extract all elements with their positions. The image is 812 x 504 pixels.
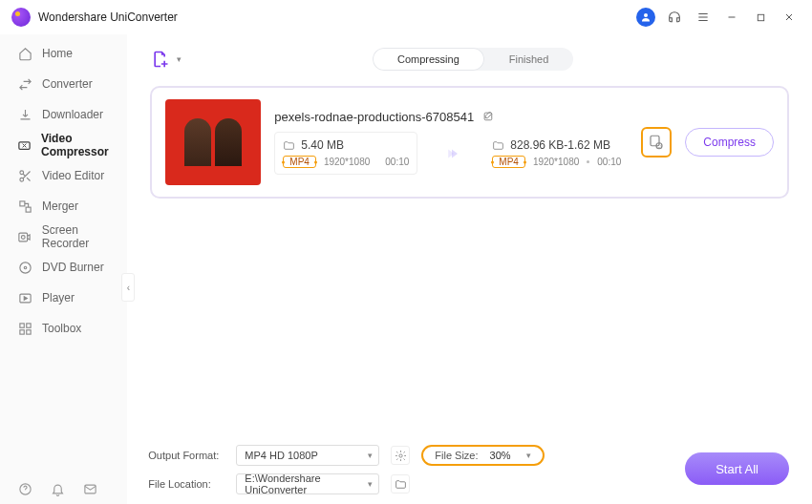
file-location-select[interactable]: E:\Wondershare UniConverter▾	[236, 473, 379, 494]
svg-point-21	[399, 453, 402, 456]
open-folder-icon[interactable]	[391, 474, 410, 494]
svg-rect-7	[19, 233, 28, 242]
help-icon[interactable]	[17, 481, 32, 496]
svg-rect-12	[19, 323, 23, 326]
sidebar-item-label: Home	[42, 47, 73, 60]
sidebar-item-screen-recorder[interactable]: Screen Recorder	[0, 221, 127, 252]
add-file-button[interactable]	[150, 49, 171, 70]
support-icon[interactable]	[663, 6, 686, 29]
tab-compressing[interactable]: Compressing	[373, 48, 484, 71]
output-format-select[interactable]: MP4 HD 1080P▾	[236, 445, 379, 466]
svg-rect-6	[26, 207, 31, 212]
chevron-down-icon: ▾	[526, 451, 531, 460]
sidebar-item-merger[interactable]: Merger	[0, 191, 127, 221]
sidebar-item-label: Screen Recorder	[42, 223, 128, 250]
sidebar-item-label: DVD Burner	[42, 261, 104, 274]
output-format-label: Output Format:	[148, 450, 224, 461]
svg-rect-1	[758, 14, 763, 20]
start-all-button[interactable]: Start All	[685, 452, 789, 485]
svg-point-8	[22, 235, 26, 239]
sidebar: Home Converter Downloader Video Compress…	[0, 34, 127, 504]
arrow-icon	[446, 145, 463, 162]
filesize-value: 30%	[490, 450, 511, 461]
sidebar-item-home[interactable]: Home	[0, 38, 127, 69]
minimize-button[interactable]	[720, 6, 743, 29]
menu-icon[interactable]	[692, 6, 715, 29]
folder-icon	[283, 139, 295, 152]
disc-icon	[17, 260, 32, 275]
user-account-icon[interactable]	[634, 6, 657, 29]
svg-point-9	[19, 262, 30, 272]
svg-point-0	[644, 13, 648, 17]
compress-button[interactable]: Compress	[685, 128, 774, 157]
svg-point-10	[24, 266, 27, 269]
folder-icon	[492, 139, 504, 152]
record-icon	[17, 229, 32, 244]
file-location-label: File Location:	[148, 478, 224, 490]
target-format: MP4	[492, 156, 525, 168]
sidebar-item-label: Toolbox	[42, 322, 81, 335]
sidebar-item-converter[interactable]: Converter	[0, 69, 127, 99]
filesize-select[interactable]: File Size: 30% ▾	[421, 445, 544, 466]
sidebar-item-label: Video Compressor	[41, 132, 127, 158]
settings-gear-icon[interactable]	[391, 446, 410, 465]
tab-group: Compressing Finished	[373, 48, 573, 71]
sidebar-item-video-compressor[interactable]: Video Compressor	[0, 130, 127, 160]
tab-finished[interactable]: Finished	[484, 48, 574, 71]
mail-icon[interactable]	[82, 481, 97, 496]
compression-settings-button[interactable]	[641, 127, 672, 158]
svg-point-3	[19, 170, 23, 174]
merger-icon	[17, 199, 32, 214]
svg-rect-14	[19, 329, 23, 333]
app-logo	[11, 8, 31, 27]
add-file-dropdown[interactable]: ▾	[177, 54, 182, 64]
sidebar-item-downloader[interactable]: Downloader	[0, 99, 127, 130]
source-format: MP4	[283, 156, 316, 168]
target-size: 828.96 KB-1.62 MB	[510, 138, 610, 152]
sidebar-item-label: Player	[42, 291, 75, 304]
edit-icon[interactable]	[481, 111, 495, 124]
sidebar-item-label: Video Editor	[42, 169, 104, 182]
svg-rect-5	[19, 200, 24, 205]
play-icon	[17, 290, 32, 305]
filesize-label: File Size:	[435, 450, 478, 461]
scissors-icon	[17, 168, 32, 183]
source-resolution: 1920*1080	[324, 157, 370, 167]
target-resolution: 1920*1080	[533, 157, 579, 167]
svg-rect-19	[651, 136, 659, 146]
source-size: 5.40 MB	[301, 138, 344, 152]
svg-rect-15	[26, 329, 30, 333]
sidebar-item-label: Merger	[42, 200, 78, 213]
close-button[interactable]	[778, 6, 801, 29]
maximize-button[interactable]	[749, 6, 772, 29]
grid-icon	[17, 321, 32, 336]
home-icon	[17, 46, 32, 61]
video-thumbnail[interactable]	[165, 99, 261, 185]
sidebar-item-label: Converter	[42, 77, 93, 91]
target-info: 828.96 KB-1.62 MB MP41920*108000:10	[492, 133, 635, 174]
sidebar-item-player[interactable]: Player	[0, 283, 127, 313]
svg-point-4	[19, 178, 23, 181]
bell-icon[interactable]	[50, 481, 65, 496]
file-name: pexels-rodnae-productions-6708541	[274, 110, 474, 124]
sidebar-item-dvd-burner[interactable]: DVD Burner	[0, 252, 127, 283]
source-duration: 00:10	[385, 157, 409, 167]
svg-rect-13	[26, 323, 30, 326]
app-title: Wondershare UniConverter	[38, 10, 178, 24]
sidebar-item-label: Downloader	[42, 108, 103, 121]
download-icon	[17, 107, 32, 122]
source-info: 5.40 MB MP41920*108000:10	[274, 132, 417, 175]
file-card: pexels-rodnae-productions-6708541 5.40 M…	[150, 86, 789, 199]
sidebar-item-video-editor[interactable]: Video Editor	[0, 160, 127, 191]
sidebar-item-toolbox[interactable]: Toolbox	[0, 313, 127, 344]
main-panel: ▾ Compressing Finished pexels-rodnae-pro…	[127, 34, 812, 504]
converter-icon	[17, 76, 32, 92]
target-duration: 00:10	[597, 157, 621, 167]
compress-icon	[17, 137, 32, 153]
